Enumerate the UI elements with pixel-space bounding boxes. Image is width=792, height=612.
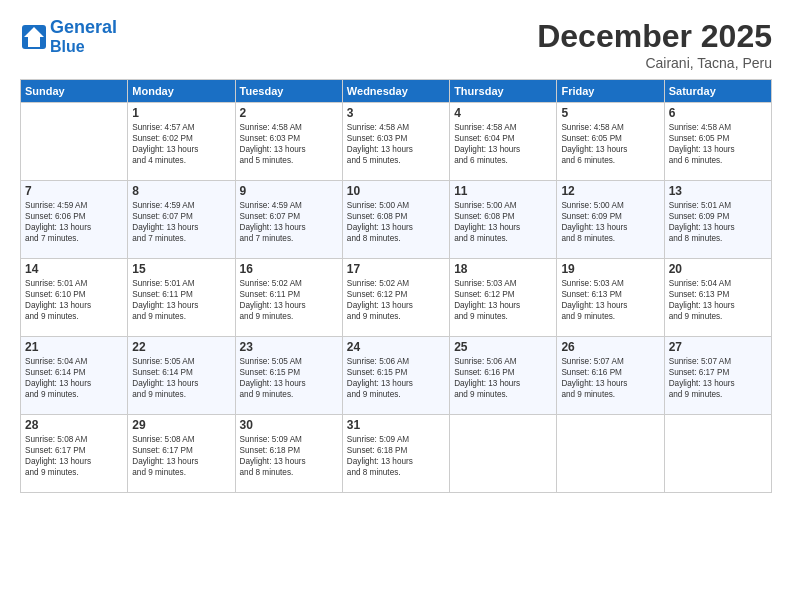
week-row-4: 21Sunrise: 5:04 AM Sunset: 6:14 PM Dayli… [21, 337, 772, 415]
week-row-5: 28Sunrise: 5:08 AM Sunset: 6:17 PM Dayli… [21, 415, 772, 493]
cell-info: Sunrise: 5:09 AM Sunset: 6:18 PM Dayligh… [240, 434, 338, 478]
cell-info: Sunrise: 5:04 AM Sunset: 6:13 PM Dayligh… [669, 278, 767, 322]
calendar-cell-week3-day7: 20Sunrise: 5:04 AM Sunset: 6:13 PM Dayli… [664, 259, 771, 337]
cell-info: Sunrise: 5:00 AM Sunset: 6:09 PM Dayligh… [561, 200, 659, 244]
logo: General Blue [20, 18, 117, 55]
day-number: 28 [25, 418, 123, 432]
day-number: 8 [132, 184, 230, 198]
day-number: 6 [669, 106, 767, 120]
calendar-cell-week3-day1: 14Sunrise: 5:01 AM Sunset: 6:10 PM Dayli… [21, 259, 128, 337]
cell-info: Sunrise: 5:06 AM Sunset: 6:15 PM Dayligh… [347, 356, 445, 400]
week-row-1: 1Sunrise: 4:57 AM Sunset: 6:02 PM Daylig… [21, 103, 772, 181]
day-number: 19 [561, 262, 659, 276]
calendar-cell-week5-day4: 31Sunrise: 5:09 AM Sunset: 6:18 PM Dayli… [342, 415, 449, 493]
calendar-cell-week1-day3: 2Sunrise: 4:58 AM Sunset: 6:03 PM Daylig… [235, 103, 342, 181]
cell-info: Sunrise: 5:08 AM Sunset: 6:17 PM Dayligh… [25, 434, 123, 478]
calendar-cell-week2-day1: 7Sunrise: 4:59 AM Sunset: 6:06 PM Daylig… [21, 181, 128, 259]
calendar-cell-week5-day7 [664, 415, 771, 493]
day-number: 22 [132, 340, 230, 354]
calendar-cell-week4-day7: 27Sunrise: 5:07 AM Sunset: 6:17 PM Dayli… [664, 337, 771, 415]
day-number: 14 [25, 262, 123, 276]
cell-info: Sunrise: 5:00 AM Sunset: 6:08 PM Dayligh… [454, 200, 552, 244]
cell-info: Sunrise: 5:03 AM Sunset: 6:13 PM Dayligh… [561, 278, 659, 322]
calendar-cell-week1-day1 [21, 103, 128, 181]
calendar-cell-week2-day3: 9Sunrise: 4:59 AM Sunset: 6:07 PM Daylig… [235, 181, 342, 259]
cell-info: Sunrise: 5:05 AM Sunset: 6:15 PM Dayligh… [240, 356, 338, 400]
calendar-cell-week4-day2: 22Sunrise: 5:05 AM Sunset: 6:14 PM Dayli… [128, 337, 235, 415]
day-number: 4 [454, 106, 552, 120]
calendar-cell-week3-day2: 15Sunrise: 5:01 AM Sunset: 6:11 PM Dayli… [128, 259, 235, 337]
cell-info: Sunrise: 5:07 AM Sunset: 6:16 PM Dayligh… [561, 356, 659, 400]
calendar-cell-week5-day5 [450, 415, 557, 493]
calendar-cell-week4-day1: 21Sunrise: 5:04 AM Sunset: 6:14 PM Dayli… [21, 337, 128, 415]
day-number: 12 [561, 184, 659, 198]
weekday-header-tuesday: Tuesday [235, 80, 342, 103]
day-number: 9 [240, 184, 338, 198]
day-number: 20 [669, 262, 767, 276]
day-number: 24 [347, 340, 445, 354]
calendar-cell-week4-day5: 25Sunrise: 5:06 AM Sunset: 6:16 PM Dayli… [450, 337, 557, 415]
calendar-cell-week5-day6 [557, 415, 664, 493]
calendar-cell-week5-day2: 29Sunrise: 5:08 AM Sunset: 6:17 PM Dayli… [128, 415, 235, 493]
cell-info: Sunrise: 4:59 AM Sunset: 6:06 PM Dayligh… [25, 200, 123, 244]
cell-info: Sunrise: 5:01 AM Sunset: 6:10 PM Dayligh… [25, 278, 123, 322]
cell-info: Sunrise: 5:05 AM Sunset: 6:14 PM Dayligh… [132, 356, 230, 400]
day-number: 29 [132, 418, 230, 432]
day-number: 18 [454, 262, 552, 276]
cell-info: Sunrise: 4:58 AM Sunset: 6:05 PM Dayligh… [669, 122, 767, 166]
cell-info: Sunrise: 5:06 AM Sunset: 6:16 PM Dayligh… [454, 356, 552, 400]
calendar: SundayMondayTuesdayWednesdayThursdayFrid… [20, 79, 772, 493]
calendar-cell-week2-day6: 12Sunrise: 5:00 AM Sunset: 6:09 PM Dayli… [557, 181, 664, 259]
calendar-cell-week5-day3: 30Sunrise: 5:09 AM Sunset: 6:18 PM Dayli… [235, 415, 342, 493]
cell-info: Sunrise: 4:57 AM Sunset: 6:02 PM Dayligh… [132, 122, 230, 166]
calendar-cell-week4-day3: 23Sunrise: 5:05 AM Sunset: 6:15 PM Dayli… [235, 337, 342, 415]
location-subtitle: Cairani, Tacna, Peru [537, 55, 772, 71]
day-number: 13 [669, 184, 767, 198]
calendar-cell-week4-day4: 24Sunrise: 5:06 AM Sunset: 6:15 PM Dayli… [342, 337, 449, 415]
day-number: 1 [132, 106, 230, 120]
cell-info: Sunrise: 4:58 AM Sunset: 6:05 PM Dayligh… [561, 122, 659, 166]
calendar-cell-week1-day2: 1Sunrise: 4:57 AM Sunset: 6:02 PM Daylig… [128, 103, 235, 181]
day-number: 17 [347, 262, 445, 276]
weekday-header-monday: Monday [128, 80, 235, 103]
cell-info: Sunrise: 4:59 AM Sunset: 6:07 PM Dayligh… [240, 200, 338, 244]
calendar-cell-week2-day4: 10Sunrise: 5:00 AM Sunset: 6:08 PM Dayli… [342, 181, 449, 259]
weekday-header-wednesday: Wednesday [342, 80, 449, 103]
day-number: 7 [25, 184, 123, 198]
day-number: 10 [347, 184, 445, 198]
calendar-cell-week2-day2: 8Sunrise: 4:59 AM Sunset: 6:07 PM Daylig… [128, 181, 235, 259]
weekday-header-friday: Friday [557, 80, 664, 103]
calendar-cell-week3-day3: 16Sunrise: 5:02 AM Sunset: 6:11 PM Dayli… [235, 259, 342, 337]
calendar-cell-week3-day6: 19Sunrise: 5:03 AM Sunset: 6:13 PM Dayli… [557, 259, 664, 337]
calendar-cell-week3-day4: 17Sunrise: 5:02 AM Sunset: 6:12 PM Dayli… [342, 259, 449, 337]
cell-info: Sunrise: 5:04 AM Sunset: 6:14 PM Dayligh… [25, 356, 123, 400]
day-number: 21 [25, 340, 123, 354]
weekday-header-sunday: Sunday [21, 80, 128, 103]
cell-info: Sunrise: 4:58 AM Sunset: 6:03 PM Dayligh… [240, 122, 338, 166]
day-number: 15 [132, 262, 230, 276]
weekday-header-saturday: Saturday [664, 80, 771, 103]
title-block: December 2025 Cairani, Tacna, Peru [537, 18, 772, 71]
day-number: 31 [347, 418, 445, 432]
cell-info: Sunrise: 5:01 AM Sunset: 6:09 PM Dayligh… [669, 200, 767, 244]
calendar-cell-week1-day5: 4Sunrise: 4:58 AM Sunset: 6:04 PM Daylig… [450, 103, 557, 181]
logo-icon [20, 23, 48, 51]
day-number: 27 [669, 340, 767, 354]
calendar-cell-week3-day5: 18Sunrise: 5:03 AM Sunset: 6:12 PM Dayli… [450, 259, 557, 337]
day-number: 26 [561, 340, 659, 354]
cell-info: Sunrise: 5:02 AM Sunset: 6:11 PM Dayligh… [240, 278, 338, 322]
calendar-cell-week1-day4: 3Sunrise: 4:58 AM Sunset: 6:03 PM Daylig… [342, 103, 449, 181]
cell-info: Sunrise: 5:07 AM Sunset: 6:17 PM Dayligh… [669, 356, 767, 400]
header: General Blue December 2025 Cairani, Tacn… [20, 18, 772, 71]
day-number: 16 [240, 262, 338, 276]
cell-info: Sunrise: 5:03 AM Sunset: 6:12 PM Dayligh… [454, 278, 552, 322]
calendar-cell-week1-day7: 6Sunrise: 4:58 AM Sunset: 6:05 PM Daylig… [664, 103, 771, 181]
calendar-cell-week2-day7: 13Sunrise: 5:01 AM Sunset: 6:09 PM Dayli… [664, 181, 771, 259]
day-number: 23 [240, 340, 338, 354]
day-number: 5 [561, 106, 659, 120]
calendar-cell-week2-day5: 11Sunrise: 5:00 AM Sunset: 6:08 PM Dayli… [450, 181, 557, 259]
logo-text: General Blue [50, 18, 117, 55]
cell-info: Sunrise: 5:01 AM Sunset: 6:11 PM Dayligh… [132, 278, 230, 322]
calendar-cell-week5-day1: 28Sunrise: 5:08 AM Sunset: 6:17 PM Dayli… [21, 415, 128, 493]
weekday-header-thursday: Thursday [450, 80, 557, 103]
